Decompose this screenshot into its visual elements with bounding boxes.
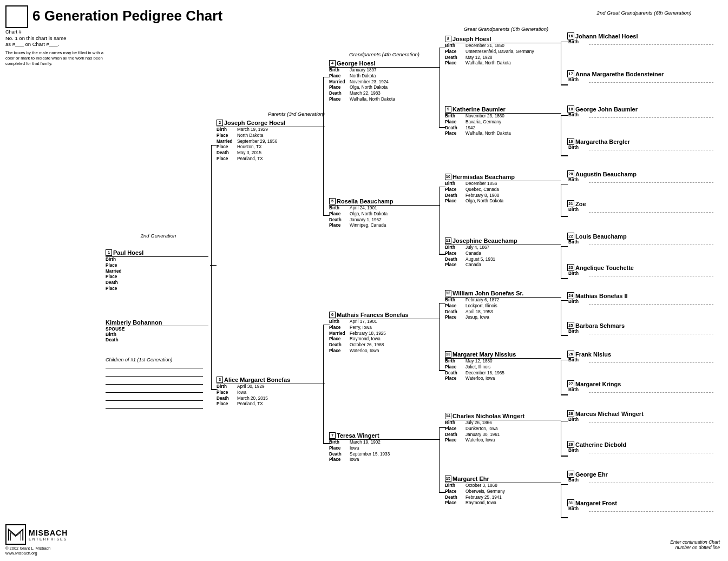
person-9-numbox: 9 <box>445 106 451 113</box>
person-1-name: Paul Hoesl <box>113 249 143 256</box>
p22-birth-label: Birth <box>568 240 589 245</box>
line-1-to-branch <box>211 145 218 390</box>
p26-name: Frank Nisius <box>575 351 611 358</box>
line-p8-to-17 <box>561 85 568 85</box>
p2-birth: March 19, 1929 <box>237 127 268 133</box>
p17-name: Anna Margarethe Bodensteiner <box>575 71 664 77</box>
line-p9-to-18 <box>561 115 568 116</box>
p3-death: March 20, 2015 <box>237 396 268 402</box>
footer-note: Enter continuation Chart number on dotte… <box>670 539 720 550</box>
p17-numbox: 17 <box>567 70 574 77</box>
note1: No. 1 on this chart is same <box>5 35 111 41</box>
logo-enterprises: ENTERPRISES <box>29 537 68 541</box>
person-2-numbox: 2 <box>217 120 223 126</box>
person-1: 1 Paul Hoesl Birth Place Married Place D… <box>106 249 208 292</box>
logo-area: MISBACH ENTERPRISES © 2002 Grant L. Misb… <box>5 524 76 556</box>
logo-name: MISBACH <box>29 529 68 537</box>
p30-name: George Ehr <box>575 471 608 478</box>
p20-birth-label: Birth <box>568 177 589 183</box>
p23-numbox: 23 <box>567 264 574 271</box>
spouse-label: SPOUSE <box>106 326 208 332</box>
person-30: 30 George Ehr Birth <box>567 471 713 483</box>
p26-birth-label: Birth <box>568 358 589 363</box>
person-14-name: Charles Nicholas Wingert <box>452 412 524 420</box>
p3-birth: April 30, 1929 <box>237 384 265 390</box>
line-p2-right <box>323 77 330 215</box>
person-25: 25 Barbara Schmars Birth <box>567 322 713 334</box>
p28-name: Marcus Michael Wingert <box>575 411 644 417</box>
person-21: 21 Zoe Birth <box>567 200 713 213</box>
spouse-section: Kimberly Bohannon SPOUSE Birth Death <box>106 319 208 342</box>
p16-name: Johann Michael Hoesl <box>575 33 638 39</box>
person-17: 17 Anna Margarethe Bodensteiner Birth <box>567 70 713 83</box>
person-12: 12 William John Bonefas Sr. BirthFebruar… <box>445 289 561 321</box>
p20-name: Augustin Beauchamp <box>575 171 637 177</box>
p19-numbox: 19 <box>567 138 574 145</box>
logo-copyright: © 2002 Grant L. Misbach <box>5 546 76 551</box>
person-2: 2 Joseph George Hoesl BirthMarch 19, 192… <box>217 119 325 162</box>
person-31: 31 Margaret Frost Birth <box>567 499 713 512</box>
p1-place-label: Place <box>106 263 126 269</box>
p22-name: Louis Beauchamp <box>575 233 627 240</box>
p1-mplace-label: Place <box>106 274 126 280</box>
line-p13-to-gen6 <box>561 360 568 395</box>
p27-name: Margaret Krings <box>575 381 621 387</box>
person-10-name: Hermisdas Beachamp <box>452 173 515 181</box>
spouse-birth-label: Birth <box>106 332 127 337</box>
line-p14-to-gen6 <box>561 421 568 456</box>
spouse-death-label: Death <box>106 337 127 342</box>
person-28: 28 Marcus Michael Wingert Birth <box>567 410 713 423</box>
line-p4-to-9 <box>439 128 445 128</box>
child-line-2 <box>106 376 203 377</box>
spouse-name: Kimberly Bohannon <box>106 319 208 326</box>
person-5-numbox: 5 <box>329 198 336 204</box>
chart-box <box>5 5 28 28</box>
person-6-numbox: 6 <box>329 312 336 318</box>
p18-numbox: 18 <box>567 105 574 113</box>
p27-birth-label: Birth <box>568 387 589 393</box>
line-p6-to-13 <box>439 371 445 371</box>
line-p7-to-14 <box>439 427 445 428</box>
note2: as #___ on Chart #___. <box>5 41 111 47</box>
p28-birth-label: Birth <box>568 417 589 423</box>
line-p14-to-28 <box>561 421 568 421</box>
line-p1-to-branch <box>210 265 217 266</box>
gen3-header: Parents (3rd Generation) <box>217 111 325 117</box>
p30-birth-label: Birth <box>568 478 589 483</box>
line-p12-to-25 <box>561 335 568 336</box>
p21-numbox: 21 <box>567 200 574 207</box>
p2-place: North Dakota <box>237 133 263 139</box>
person-13-name: Margaret Mary Nissius <box>452 351 516 358</box>
line-p5-to-11 <box>439 254 445 255</box>
gen2-header: 2nd Generation <box>106 233 211 239</box>
p29-name: Catherine Diebold <box>575 441 626 448</box>
line-p8-to-16 <box>561 42 568 42</box>
p1-birth-label: Birth <box>106 257 126 263</box>
p29-birth-label: Birth <box>568 448 589 453</box>
person-6-name: Mathais Frances Bonefas <box>337 311 409 319</box>
person-22: 22 Louis Beauchamp Birth <box>567 233 713 245</box>
line-to-p2 <box>211 145 217 146</box>
title: 6 Generation Pedigree Chart <box>32 8 222 24</box>
line-p13-to-26 <box>561 360 568 360</box>
line-p9-to-gen6 <box>561 115 568 156</box>
chart-number-label: Chart # <box>5 29 22 35</box>
person-8-numbox: 8 <box>445 36 451 42</box>
p3-place: Iowa <box>237 390 246 396</box>
line-p11-to-23 <box>561 279 568 279</box>
person-18: 18 George John Baumler Birth <box>567 105 713 118</box>
p26-numbox: 26 <box>567 351 574 358</box>
p18-birth-label: Birth <box>568 113 589 118</box>
line-p14-to-29 <box>561 456 568 457</box>
person-13-numbox: 13 <box>445 351 451 358</box>
line-p8-to-gen6 <box>561 42 568 85</box>
gen5-header: Great Grandparents (5th Generation) <box>449 26 563 32</box>
p2-mplace: Houston, TX <box>237 144 261 150</box>
p24-numbox: 24 <box>567 292 574 299</box>
line-p3-right <box>323 325 330 444</box>
child-line-1 <box>106 368 203 368</box>
p25-birth-label: Birth <box>568 329 589 334</box>
footer-note-line1: Enter continuation Chart <box>670 539 720 545</box>
person-16: 16 Johann Michael Hoesl Birth <box>567 32 713 45</box>
note3: The boxes by the male names may be fille… <box>5 50 106 67</box>
